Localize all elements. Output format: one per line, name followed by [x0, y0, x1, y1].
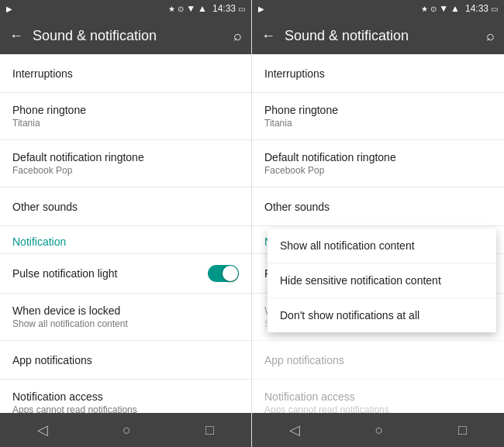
notification-access-title-r: Notification access [264, 390, 492, 403]
app-notifications-item[interactable]: App notifications [0, 341, 251, 380]
notification-icon: ▶ [6, 5, 12, 13]
app-notifications-title-r: App notifications [264, 354, 492, 366]
left-panel: ▶ ★ ⊙ ▼ ▲ 14:33 ▭ ← Sound & notification… [0, 0, 252, 447]
signal-icon-r: ▲ [450, 3, 460, 14]
pulse-toggle-left[interactable] [208, 265, 239, 282]
status-bar-right-right-icons: ★ ⊙ ▼ ▲ 14:33 ▭ [421, 3, 498, 14]
dropdown-item-0[interactable]: Show all notification content [268, 229, 496, 263]
device-locked-subtitle: Show all notification content [12, 318, 239, 329]
default-notification-item[interactable]: Default notification ringtone Facebook P… [0, 140, 251, 187]
notification-section-title: Notification [12, 236, 239, 248]
other-sounds-item[interactable]: Other sounds [0, 187, 251, 226]
back-button-right[interactable]: ← [261, 28, 275, 44]
pulse-title: Pulse notification light [12, 267, 208, 280]
notification-access-subtitle: Apps cannot read notifications [12, 404, 239, 413]
nfc-icon-r: ⊙ [430, 5, 437, 13]
status-bar-left-icons: ▶ [6, 5, 12, 13]
status-bar-right-left-icons: ▶ [258, 5, 264, 13]
phone-ringtone-item[interactable]: Phone ringtone Titania [0, 93, 251, 140]
phone-ringtone-item-r[interactable]: Phone ringtone Titania [252, 93, 504, 140]
home-nav-right[interactable]: ○ [369, 416, 390, 445]
time-left: 14:33 [212, 3, 236, 14]
nav-bar-left: ◁ ○ □ [0, 413, 251, 447]
status-bar-right: ▶ ★ ⊙ ▼ ▲ 14:33 ▭ [252, 0, 504, 17]
pulse-notification-item[interactable]: Pulse notification light [0, 254, 251, 294]
phone-ringtone-subtitle: Titania [12, 118, 239, 129]
search-button-right[interactable]: ⌕ [486, 28, 495, 44]
recent-nav-left[interactable]: □ [199, 416, 220, 445]
default-notification-title-r: Default notification ringtone [264, 151, 492, 163]
status-bar-left: ▶ ★ ⊙ ▼ ▲ 14:33 ▭ [0, 0, 251, 17]
dropdown-item-1[interactable]: Hide sensitive notification content [268, 263, 496, 298]
interruptions-item[interactable]: Interruptions [0, 54, 251, 93]
wifi-icon-r: ▼ [439, 3, 448, 14]
notification-access-item[interactable]: Notification access Apps cannot read not… [0, 380, 251, 413]
back-nav-right[interactable]: ◁ [283, 415, 306, 445]
settings-list-left: Interruptions Phone ringtone Titania Def… [0, 54, 251, 413]
dropdown-menu: Show all notification content Hide sensi… [268, 229, 496, 332]
interruptions-title-r: Interruptions [264, 67, 492, 80]
app-notifications-item-r[interactable]: App notifications [252, 341, 504, 380]
default-notification-title: Default notification ringtone [12, 151, 239, 163]
notification-section: Notification [0, 226, 251, 254]
default-notification-subtitle: Facebook Pop [12, 165, 239, 176]
page-title-right: Sound & notification [285, 28, 477, 44]
status-bar-right-icons: ★ ⊙ ▼ ▲ 14:33 ▭ [168, 3, 245, 14]
default-notification-subtitle-r: Facebook Pop [264, 165, 492, 176]
nav-bar-right: ◁ ○ □ [252, 413, 504, 447]
other-sounds-item-r[interactable]: Other sounds [252, 187, 504, 226]
top-bar-left: ← Sound & notification ⌕ [0, 17, 251, 54]
back-button-left[interactable]: ← [9, 28, 23, 44]
home-nav-left[interactable]: ○ [116, 416, 137, 445]
other-sounds-title: Other sounds [12, 201, 239, 213]
right-panel: ▶ ★ ⊙ ▼ ▲ 14:33 ▭ ← Sound & notification… [252, 0, 504, 447]
phone-ringtone-title-r: Phone ringtone [264, 104, 492, 116]
device-locked-item[interactable]: When device is locked Show all notificat… [0, 294, 251, 341]
phone-ringtone-subtitle-r: Titania [264, 118, 492, 129]
notification-access-subtitle-r: Apps cannot read notifications [264, 404, 492, 413]
time-right: 14:33 [465, 3, 488, 14]
other-sounds-title-r: Other sounds [264, 201, 492, 213]
search-button-left[interactable]: ⌕ [233, 28, 242, 44]
star-icon: ★ [168, 5, 175, 13]
battery-icon: ▭ [238, 5, 245, 13]
page-title-left: Sound & notification [33, 28, 224, 44]
app-notifications-title: App notifications [12, 354, 239, 366]
notification-access-title: Notification access [12, 390, 239, 403]
back-nav-left[interactable]: ◁ [31, 415, 54, 445]
top-bar-right: ← Sound & notification ⌕ [252, 17, 504, 54]
interruptions-title: Interruptions [12, 67, 239, 80]
wifi-icon: ▼ [186, 3, 195, 14]
signal-icon: ▲ [198, 3, 207, 14]
device-locked-title: When device is locked [12, 304, 239, 317]
toggle-knob [223, 266, 238, 281]
phone-ringtone-title: Phone ringtone [12, 104, 239, 116]
star-icon-r: ★ [421, 5, 428, 13]
default-notification-item-r[interactable]: Default notification ringtone Facebook P… [252, 140, 504, 187]
right-panel-wrapper: ▶ ★ ⊙ ▼ ▲ 14:33 ▭ ← Sound & notification… [252, 0, 504, 447]
recent-nav-right[interactable]: □ [452, 416, 473, 445]
notification-access-item-r[interactable]: Notification access Apps cannot read not… [252, 380, 504, 413]
battery-icon-r: ▭ [491, 5, 498, 13]
nfc-icon: ⊙ [178, 5, 184, 13]
notification-icon-r: ▶ [258, 5, 264, 13]
interruptions-item-r[interactable]: Interruptions [252, 54, 504, 93]
dropdown-item-2[interactable]: Don't show notifications at all [268, 298, 496, 332]
